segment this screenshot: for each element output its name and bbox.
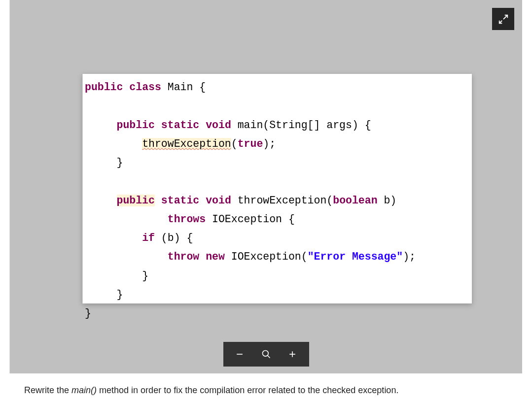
brace: } [117, 157, 123, 168]
keyword-static: static [161, 119, 199, 131]
param-b: b) [378, 195, 397, 206]
svg-point-1 [262, 351, 268, 357]
error-call: throwException [142, 138, 231, 150]
svg-line-2 [267, 356, 270, 358]
brace: { [365, 119, 371, 131]
keyword-public: public [117, 195, 155, 206]
keyword-public: public [117, 119, 155, 131]
image-viewer: public class Main { public static void m… [9, 0, 522, 373]
instruction-text: Rewrite the main() method in order to fi… [24, 385, 532, 396]
main-params: (String[] args) [263, 119, 358, 131]
magnify-icon [261, 349, 271, 359]
instruction-prefix: Rewrite the [24, 385, 71, 395]
instruction-emphasis: main() [71, 385, 97, 395]
brace: } [117, 289, 123, 301]
method-throwException: throwException [238, 195, 327, 206]
string-literal: "Error Message" [308, 251, 403, 263]
paren: ( [301, 251, 308, 263]
ioexception: IOException [231, 251, 301, 263]
keyword-throw: throw [168, 251, 200, 263]
method-main: main [238, 119, 263, 131]
call-end: ); [263, 138, 276, 150]
keyword-new: new [206, 251, 225, 263]
paren-close: ); [403, 251, 416, 263]
keyword-static: static [161, 195, 199, 206]
minus-icon [235, 349, 245, 359]
brace: } [85, 307, 91, 319]
code-snippet: public class Main { public static void m… [82, 74, 472, 303]
keyword-public: public [85, 81, 123, 93]
brace: } [142, 270, 148, 282]
brace: { [288, 213, 295, 225]
brace: { [186, 232, 193, 244]
keyword-class: class [129, 81, 161, 93]
instruction-suffix: method in order to fix the compilation e… [97, 385, 398, 395]
zoom-controls [223, 342, 309, 367]
zoom-reset-button[interactable] [256, 344, 276, 364]
keyword-void: void [206, 119, 231, 131]
fullscreen-icon [498, 14, 509, 25]
zoom-in-button[interactable] [283, 344, 302, 364]
ioexception: IOException [212, 213, 282, 225]
fullscreen-button[interactable] [492, 8, 514, 30]
condition: (b) [161, 232, 180, 244]
paren: ( [231, 138, 238, 150]
keyword-throws: throws [168, 213, 206, 225]
keyword-boolean: boolean [333, 195, 377, 206]
plus-icon [287, 349, 297, 359]
brace: { [199, 81, 206, 93]
keyword-true: true [238, 138, 263, 150]
class-name: Main [168, 81, 193, 93]
keyword-void: void [206, 195, 231, 206]
zoom-out-button[interactable] [230, 344, 249, 364]
paren: ( [326, 195, 333, 206]
keyword-if: if [142, 232, 155, 244]
